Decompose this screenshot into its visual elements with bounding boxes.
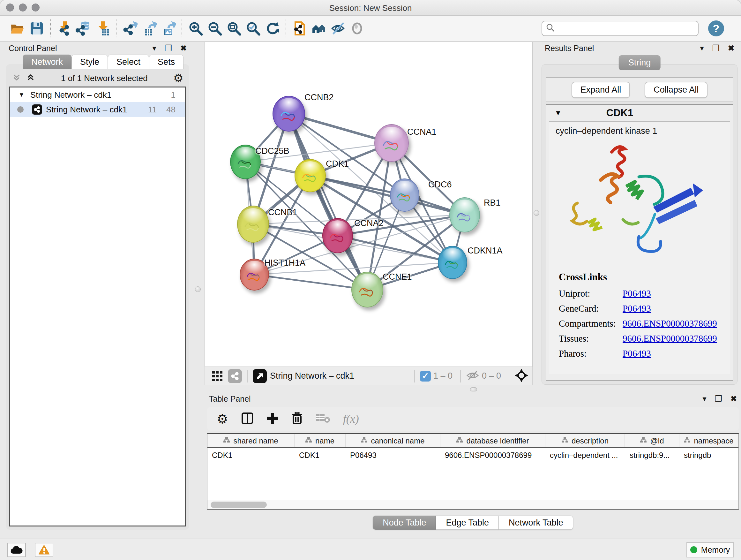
show-all-hidden-button[interactable] bbox=[347, 18, 367, 39]
network-edge[interactable] bbox=[338, 236, 453, 262]
crosslink-link[interactable]: 9606.ENSP00000378699 bbox=[623, 318, 717, 329]
tab-network-table[interactable]: Network Table bbox=[499, 516, 573, 530]
control-panel-float-icon[interactable]: ❒ bbox=[165, 44, 172, 52]
grid-view-icon[interactable] bbox=[211, 369, 223, 383]
network-tree-row[interactable]: ▼String Network – cdk11 bbox=[10, 87, 185, 102]
results-panel-close-icon[interactable]: ✖ bbox=[728, 44, 734, 52]
delete-column-trash-icon[interactable] bbox=[291, 412, 303, 426]
table-options-gear-icon[interactable]: ⚙ bbox=[217, 413, 228, 425]
save-session-button[interactable] bbox=[27, 18, 46, 39]
open-session-button[interactable] bbox=[8, 18, 27, 39]
tab-edge-table[interactable]: Edge Table bbox=[436, 516, 499, 530]
network-node-cdkn1a[interactable] bbox=[438, 246, 467, 279]
crosslink-link[interactable]: P06493 bbox=[623, 348, 651, 359]
network-node-ccne1[interactable] bbox=[351, 272, 383, 307]
collapse-all-button[interactable]: Collapse All bbox=[645, 82, 708, 98]
table-panel-float-icon[interactable]: ❒ bbox=[715, 395, 722, 403]
section-collapse-triangle-icon[interactable]: ▼ bbox=[555, 109, 562, 117]
table-row[interactable]: CDK1CDK1P064939606.ENSP00000378699cyclin… bbox=[207, 448, 738, 462]
control-panel-title: Control Panel bbox=[9, 44, 57, 53]
export-image-button[interactable] bbox=[158, 18, 178, 39]
column-header-shared-name[interactable]: shared name bbox=[207, 434, 294, 447]
node-label-cdkn1a: CDKN1A bbox=[468, 246, 502, 256]
tab-sets[interactable]: Sets bbox=[149, 55, 184, 69]
network-node-ccna1[interactable] bbox=[374, 124, 409, 162]
help-button[interactable]: ? bbox=[708, 20, 724, 37]
import-network-from-file-button[interactable] bbox=[55, 18, 74, 39]
crosslink-link[interactable]: P06493 bbox=[623, 303, 651, 314]
selected-nodes-checkbox-icon[interactable]: ✓ bbox=[420, 371, 431, 381]
network-share-view-icon[interactable] bbox=[228, 369, 242, 383]
results-panel-float-icon[interactable]: ❒ bbox=[712, 44, 720, 52]
column-header-name[interactable]: name bbox=[294, 434, 346, 447]
tab-node-table[interactable]: Node Table bbox=[373, 516, 436, 530]
right-splitter-grip[interactable] bbox=[534, 210, 539, 216]
show-columns-icon[interactable] bbox=[241, 412, 254, 426]
control-panel-close-icon[interactable]: ✖ bbox=[180, 44, 187, 52]
crosslink-label: Uniprot: bbox=[559, 288, 623, 299]
network-node-cdc6[interactable] bbox=[390, 179, 419, 212]
control-panel-collapse-icon[interactable]: ▾ bbox=[152, 44, 156, 52]
network-node-rb1[interactable] bbox=[449, 197, 480, 233]
network-node-ccna2[interactable] bbox=[322, 218, 353, 253]
memory-button[interactable]: Memory bbox=[686, 542, 734, 557]
search-box[interactable] bbox=[542, 21, 698, 36]
network-edge[interactable] bbox=[254, 274, 367, 290]
tree-expand-triangle-icon[interactable]: ▼ bbox=[18, 91, 24, 98]
column-header-canonical-name[interactable]: canonical name bbox=[346, 434, 441, 447]
tab-select[interactable]: Select bbox=[108, 55, 149, 69]
column-header-database-identifier[interactable]: database identifier bbox=[441, 434, 545, 447]
scrollbar-thumb[interactable] bbox=[211, 502, 267, 508]
crosslink-link[interactable]: P06493 bbox=[623, 288, 651, 299]
left-splitter-grip[interactable] bbox=[195, 287, 201, 292]
expand-all-button[interactable]: Expand All bbox=[571, 82, 630, 98]
expand-all-networks-icon[interactable] bbox=[26, 73, 36, 84]
tab-network[interactable]: Network bbox=[23, 55, 71, 69]
network-options-gear-icon[interactable]: ⚙ bbox=[173, 72, 184, 84]
network-canvas[interactable]: CCNB2 CCNA1 CDC25B CDK1 CDC6 RB1 CCNB1 bbox=[205, 42, 533, 367]
network-node-ccnb1[interactable] bbox=[237, 206, 269, 243]
results-panel-collapse-icon[interactable]: ▾ bbox=[700, 44, 704, 52]
table-horizontal-scrollbar[interactable] bbox=[207, 500, 738, 509]
zoom-out-button[interactable] bbox=[205, 18, 224, 39]
crosslink-row: Compartments: 9606.ENSP00000378699 bbox=[559, 316, 730, 331]
column-header-@id[interactable]: @id bbox=[625, 434, 679, 447]
node-section-header[interactable]: ▼ CDK1 bbox=[546, 105, 733, 121]
tab-style[interactable]: Style bbox=[71, 55, 108, 69]
warning-status-button[interactable] bbox=[35, 543, 53, 557]
network-node-cdk1[interactable] bbox=[294, 159, 326, 192]
create-column-plus-icon[interactable] bbox=[266, 412, 279, 426]
zoom-fit-content-button[interactable] bbox=[224, 18, 244, 39]
import-network-from-database-icon bbox=[76, 21, 91, 36]
crosslink-link[interactable]: 9606.ENSP00000378699 bbox=[623, 333, 717, 344]
import-table-from-file-button[interactable] bbox=[93, 18, 112, 39]
table-cell: stringdb:9... bbox=[625, 448, 679, 462]
table-panel-close-icon[interactable]: ✖ bbox=[731, 395, 737, 402]
network-tree-row[interactable]: String Network – cdk11148 bbox=[10, 102, 185, 117]
apply-preferred-layout-button[interactable] bbox=[263, 18, 282, 39]
column-header-namespace[interactable]: namespace bbox=[679, 434, 738, 447]
divider bbox=[460, 370, 461, 382]
search-input[interactable] bbox=[558, 24, 694, 33]
cloud-status-button[interactable] bbox=[7, 543, 26, 557]
collapse-all-networks-icon[interactable] bbox=[12, 73, 21, 84]
export-network-button[interactable] bbox=[120, 18, 139, 39]
zoom-in-button[interactable] bbox=[186, 18, 205, 39]
zoom-selected-region-button[interactable] bbox=[244, 18, 263, 39]
tab-string[interactable]: String bbox=[619, 55, 661, 70]
crosslink-label: Tissues: bbox=[559, 333, 623, 344]
network-selected-count: 1 of 1 Network selected bbox=[36, 73, 173, 83]
hidden-count: 0 – 0 bbox=[482, 371, 501, 381]
table-panel-collapse-icon[interactable]: ▾ bbox=[703, 395, 706, 402]
network-node-ccnb2[interactable] bbox=[273, 96, 305, 132]
network-name: String Network – cdk1 bbox=[46, 105, 148, 115]
export-table-button[interactable] bbox=[139, 18, 158, 39]
new-network-from-selection-button[interactable] bbox=[290, 18, 309, 39]
hide-selected-button[interactable] bbox=[328, 18, 347, 39]
import-network-from-database-button[interactable] bbox=[74, 18, 93, 39]
first-neighbors-of-selected-nodes-button[interactable] bbox=[309, 18, 328, 39]
bottom-splitter-grip[interactable] bbox=[470, 387, 477, 391]
fit-selected-crosshair-icon[interactable] bbox=[515, 368, 529, 384]
column-header-description[interactable]: description bbox=[545, 434, 625, 447]
birdseye-view-icon[interactable] bbox=[253, 369, 267, 383]
